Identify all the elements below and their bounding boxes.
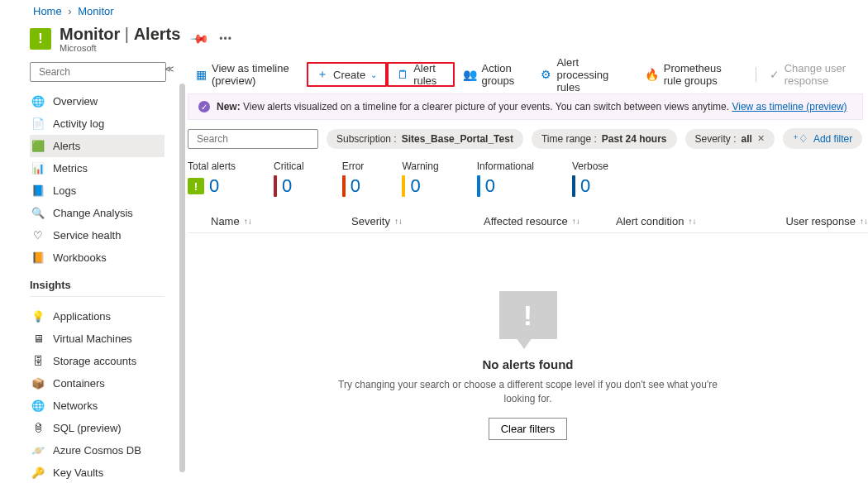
- nav-item-icon: 🛢: [31, 422, 45, 435]
- add-filter-button[interactable]: ⁺♢Add filter: [783, 128, 862, 149]
- sort-icon: ↑↓: [688, 217, 696, 226]
- col-condition[interactable]: Alert condition↑↓: [616, 215, 748, 227]
- nav-item-label: Key Vaults: [53, 466, 103, 479]
- stat-error[interactable]: Error 0: [342, 160, 365, 197]
- alert-stats: Total alerts 0 Critical 0 Error 0 Warnin…: [188, 160, 868, 197]
- stat-critical[interactable]: Critical 0: [274, 160, 304, 197]
- sort-icon: ↑↓: [572, 217, 580, 226]
- stat-total[interactable]: Total alerts 0: [188, 160, 236, 197]
- alerts-search-input[interactable]: [197, 133, 321, 145]
- toolbar: ▦View as timeline (preview) ＋Create⌄ 🗒Al…: [188, 59, 868, 90]
- chevron-down-icon: ⌄: [370, 70, 377, 79]
- total-badge-icon: [188, 178, 204, 194]
- nav-item-label: Activity log: [53, 117, 104, 130]
- insights-heading: Insights: [30, 279, 165, 291]
- nav-item-icon: 🌐: [31, 95, 45, 108]
- nav-item-label: Networks: [53, 399, 98, 412]
- sidebar-item-applications[interactable]: 💡Applications: [30, 305, 165, 328]
- page-header: Monitor | Alerts Microsoft 📌 •••: [0, 19, 868, 59]
- breadcrumb-home[interactable]: Home: [33, 5, 62, 17]
- nav-item-icon: 📦: [31, 377, 45, 390]
- create-button[interactable]: ＋Create⌄: [307, 62, 387, 87]
- sidebar-item-workbooks[interactable]: 📙Workbooks: [30, 246, 165, 269]
- nav-item-icon: 🪐: [31, 444, 45, 457]
- nav-item-label: Storage accounts: [53, 355, 136, 367]
- check-icon: ✓: [770, 68, 780, 81]
- nav-item-icon: 📄: [31, 117, 45, 131]
- empty-state: ! No alerts found Try changing your sear…: [330, 291, 727, 440]
- sidebar-item-overview[interactable]: 🌐Overview: [30, 90, 165, 112]
- banner-link[interactable]: View as timeline (preview): [732, 101, 847, 112]
- sidebar-item-change-analysis[interactable]: 🔍Change Analysis: [30, 202, 165, 224]
- action-groups-icon: 👥: [463, 68, 477, 81]
- clear-filters-button[interactable]: Clear filters: [489, 418, 568, 440]
- exclamation-bubble-icon: !: [499, 291, 557, 339]
- action-groups-button[interactable]: 👥Action groups: [455, 62, 533, 87]
- empty-text: Try changing your search or choose a dif…: [330, 378, 727, 406]
- sidebar-item-storage-accounts[interactable]: 🗄Storage accounts: [30, 350, 165, 372]
- sort-icon: ↑↓: [860, 217, 868, 226]
- processing-rules-button[interactable]: ⚙Alert processing rules: [532, 62, 636, 87]
- page-subtitle: Microsoft: [60, 43, 180, 53]
- pin-icon[interactable]: 📌: [189, 28, 211, 50]
- nav-item-label: Logs: [53, 184, 76, 197]
- empty-title: No alerts found: [482, 357, 573, 371]
- sidebar-item-sql-preview-[interactable]: 🛢SQL (preview): [30, 417, 165, 439]
- nav-item-icon: 💡: [31, 310, 45, 323]
- col-severity[interactable]: Severity↑↓: [351, 215, 484, 227]
- processing-rules-icon: ⚙: [541, 68, 551, 81]
- nav-item-label: Virtual Machines: [53, 333, 132, 345]
- nav-item-label: Overview: [53, 95, 98, 108]
- more-icon[interactable]: •••: [219, 33, 232, 45]
- filter-subscription[interactable]: Subscription : Sites_Base_Portal_Test: [327, 129, 523, 149]
- nav-item-label: Alerts: [53, 140, 80, 152]
- info-banner: ✓ New: View alerts visualized on a timel…: [188, 93, 863, 120]
- chevron-right-icon: ›: [68, 5, 71, 17]
- filter-add-icon: ⁺♢: [793, 132, 808, 145]
- col-response[interactable]: User response↑↓: [748, 215, 868, 227]
- table-header: Name↑↓ Severity↑↓ Affected resource↑↓ Al…: [188, 210, 868, 233]
- filter-severity[interactable]: Severity : all ✕: [685, 129, 775, 149]
- close-icon[interactable]: ✕: [757, 133, 765, 144]
- nav-item-label: SQL (preview): [53, 422, 122, 434]
- prometheus-button[interactable]: 🔥Prometheus rule groups: [637, 62, 751, 87]
- alerts-search[interactable]: [188, 129, 318, 149]
- sort-icon: ↑↓: [244, 217, 252, 226]
- sidebar-item-containers[interactable]: 📦Containers: [30, 372, 165, 395]
- sidebar-item-key-vaults[interactable]: 🔑Key Vaults: [30, 462, 165, 484]
- sidebar-item-service-health[interactable]: ♡Service health: [30, 224, 165, 246]
- col-name[interactable]: Name↑↓: [211, 215, 351, 227]
- nav-item-icon: 📙: [31, 251, 45, 265]
- nav-item-icon: 🔑: [31, 466, 45, 480]
- view-timeline-button[interactable]: ▦View as timeline (preview): [188, 62, 307, 87]
- nav-item-icon: ♡: [31, 229, 45, 242]
- sidebar-item-virtual-machines[interactable]: 🖥Virtual Machines: [30, 328, 165, 350]
- sidebar-item-activity-log[interactable]: 📄Activity log: [30, 112, 165, 135]
- alert-rules-button[interactable]: 🗒Alert rules: [387, 62, 454, 87]
- nav-item-icon: 🖥: [31, 333, 45, 346]
- nav-item-icon: 🌐: [31, 399, 45, 413]
- stat-verbose[interactable]: Verbose 0: [572, 160, 608, 197]
- nav-item-icon: 🗄: [31, 355, 45, 368]
- nav-item-label: Azure Cosmos DB: [53, 444, 141, 457]
- sidebar-item-azure-cache-for-redis[interactable]: 🗃Azure Cache for Redis: [30, 484, 165, 488]
- breadcrumb: Home › Monitor: [0, 0, 868, 19]
- nav-item-label: Applications: [53, 310, 111, 323]
- change-response-button: ✓Change user response: [761, 62, 868, 87]
- stat-warning[interactable]: Warning 0: [402, 160, 438, 197]
- sidebar-item-networks[interactable]: 🌐Networks: [30, 395, 165, 417]
- sort-icon: ↑↓: [394, 217, 403, 226]
- sidebar-item-alerts[interactable]: 🟩Alerts: [30, 135, 165, 157]
- nav-item-icon: 🟩: [31, 140, 45, 153]
- sidebar-item-logs[interactable]: 📘Logs: [30, 179, 165, 202]
- filter-time-range[interactable]: Time range : Past 24 hours: [532, 129, 677, 149]
- col-affected[interactable]: Affected resource↑↓: [484, 215, 616, 227]
- sidebar-item-azure-cosmos-db[interactable]: 🪐Azure Cosmos DB: [30, 439, 165, 462]
- sidebar-item-metrics[interactable]: 📊Metrics: [30, 157, 165, 179]
- sidebar-search-input[interactable]: [39, 66, 163, 78]
- breadcrumb-current[interactable]: Monitor: [78, 5, 113, 17]
- stat-informational[interactable]: Informational 0: [477, 160, 534, 197]
- sidebar-search[interactable]: [30, 62, 166, 82]
- nav-item-icon: 🔍: [31, 207, 45, 220]
- nav-item-label: Service health: [53, 229, 121, 242]
